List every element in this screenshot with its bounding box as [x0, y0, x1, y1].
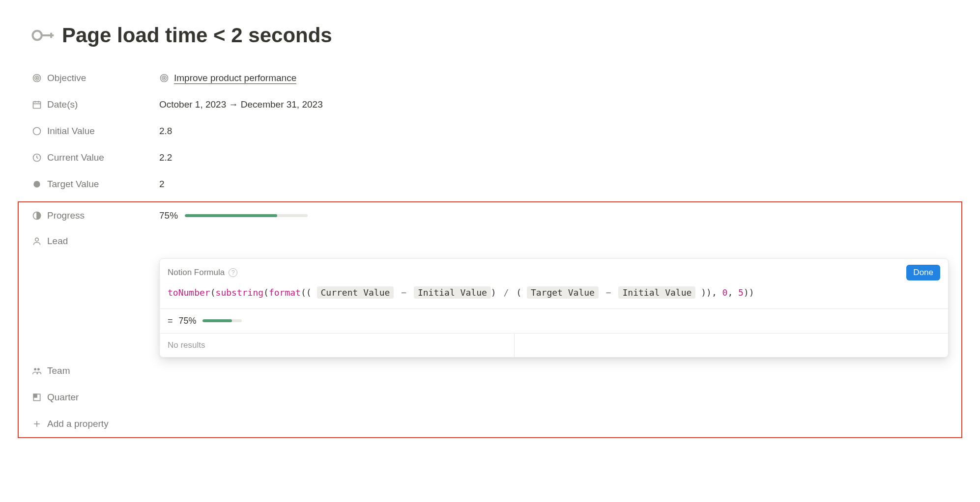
- person-icon: [31, 236, 42, 247]
- property-value[interactable]: 2.2: [159, 152, 172, 163]
- page-title[interactable]: Page load time < 2 seconds: [62, 24, 332, 47]
- property-quarter[interactable]: Quarter: [31, 384, 949, 411]
- property-label: Lead: [31, 236, 159, 247]
- formula-token-paren: ): [491, 287, 496, 298]
- no-results-text: No results: [160, 334, 515, 357]
- objective-link[interactable]: Improve product performance: [174, 73, 296, 84]
- formula-result: = 75%: [160, 309, 948, 334]
- property-label-text: Date(s): [47, 99, 78, 110]
- help-icon[interactable]: ?: [229, 268, 237, 277]
- progress-percent: 75%: [159, 210, 178, 221]
- formula-token-fn: substring: [216, 287, 264, 298]
- property-label-text: Target Value: [47, 179, 99, 190]
- property-label: Progress: [31, 210, 159, 221]
- filled-circle-icon: [31, 179, 42, 190]
- formula-token-op: −: [399, 287, 408, 298]
- highlight-annotation: Progress 75% Lead Notion Formula: [18, 201, 962, 438]
- target-icon: [31, 73, 42, 84]
- footer-empty: [515, 334, 948, 357]
- circle-icon: [31, 126, 42, 137]
- add-property-label: Add a property: [47, 418, 109, 429]
- progress-bar: [185, 214, 308, 217]
- property-label: Team: [31, 365, 159, 376]
- page-header: Page load time < 2 seconds: [31, 24, 949, 47]
- formula-token-paren: ((: [301, 287, 312, 298]
- formula-token-var[interactable]: Current Value: [317, 286, 394, 299]
- property-label: Quarter: [31, 392, 159, 403]
- property-label-text: Progress: [47, 210, 85, 221]
- key-icon: [27, 20, 58, 51]
- svg-rect-9: [33, 102, 41, 108]
- property-value[interactable]: 2: [159, 179, 165, 190]
- people-icon: [31, 365, 42, 376]
- calendar-icon: [31, 99, 42, 110]
- svg-point-8: [164, 78, 165, 79]
- property-value[interactable]: Improve product performance: [159, 73, 296, 84]
- property-lead[interactable]: Lead: [31, 229, 949, 255]
- formula-token-paren: )): [701, 287, 712, 298]
- clock-icon: [31, 152, 42, 163]
- property-label-text: Team: [47, 365, 70, 376]
- property-label: Initial Value: [31, 126, 159, 137]
- result-equals: =: [168, 316, 173, 326]
- property-label-text: Quarter: [47, 392, 79, 403]
- property-target-value[interactable]: Target Value 2: [31, 171, 949, 197]
- svg-rect-21: [33, 394, 37, 397]
- property-label-text: Lead: [47, 236, 68, 247]
- svg-point-19: [37, 368, 40, 370]
- formula-title: Notion Formula: [168, 268, 225, 278]
- quarter-icon: [31, 392, 42, 403]
- formula-token-var[interactable]: Initial Value: [414, 286, 491, 299]
- property-label-text: Objective: [47, 73, 86, 84]
- formula-footer: No results: [160, 334, 948, 357]
- property-value[interactable]: 2.8: [159, 126, 172, 137]
- property-initial-value[interactable]: Initial Value 2.8: [31, 118, 949, 144]
- property-label-text: Current Value: [47, 152, 104, 163]
- result-progress-fill: [202, 319, 232, 322]
- property-objective[interactable]: Objective Improve product performance: [31, 65, 949, 91]
- svg-point-13: [33, 128, 41, 135]
- svg-point-5: [36, 78, 38, 79]
- property-dates[interactable]: Date(s) October 1, 2023 → December 31, 2…: [31, 91, 949, 118]
- property-current-value[interactable]: Current Value 2.2: [31, 144, 949, 171]
- formula-popover: Notion Formula ? Done toNumber(substring…: [159, 258, 949, 358]
- svg-point-15: [33, 181, 40, 187]
- formula-token-comma: ,: [712, 287, 722, 298]
- add-property-button[interactable]: Add a property: [31, 411, 949, 437]
- formula-token-paren: (: [263, 287, 269, 298]
- formula-token-paren: (: [516, 287, 521, 298]
- property-progress[interactable]: Progress 75%: [31, 202, 949, 229]
- formula-token-paren: )): [744, 287, 754, 298]
- done-button[interactable]: Done: [906, 265, 940, 280]
- formula-editor[interactable]: toNumber(substring(format(( Current Valu…: [160, 280, 948, 309]
- property-label-text: Initial Value: [47, 126, 95, 137]
- formula-token-paren: (: [210, 287, 216, 298]
- half-circle-icon: [31, 210, 42, 221]
- formula-token-num: 0: [722, 287, 728, 298]
- formula-token-fn: toNumber: [168, 287, 210, 298]
- result-value: 75%: [179, 316, 197, 326]
- property-label: Current Value: [31, 152, 159, 163]
- result-progress-bar: [202, 319, 242, 322]
- svg-point-18: [34, 368, 36, 370]
- formula-token-comma: ,: [727, 287, 738, 298]
- svg-point-17: [35, 238, 39, 241]
- plus-icon: [31, 418, 42, 429]
- formula-header: Notion Formula ? Done: [160, 259, 948, 280]
- formula-token-var[interactable]: Target Value: [527, 286, 599, 299]
- formula-token-op: −: [604, 287, 613, 298]
- target-icon: [159, 73, 169, 83]
- property-label: Objective: [31, 73, 159, 84]
- formula-token-num: 5: [738, 287, 744, 298]
- formula-token-op: /: [502, 287, 511, 298]
- formula-token-fn: format: [269, 287, 301, 298]
- property-label: Add a property: [31, 418, 159, 429]
- property-team[interactable]: Team: [31, 358, 949, 384]
- property-label: Date(s): [31, 99, 159, 110]
- formula-header-title: Notion Formula ?: [168, 268, 237, 278]
- property-value[interactable]: 75%: [159, 210, 308, 221]
- property-value[interactable]: October 1, 2023 → December 31, 2023: [159, 99, 323, 110]
- property-label: Target Value: [31, 179, 159, 190]
- property-list: Objective Improve product performance Da…: [31, 65, 949, 438]
- formula-token-var[interactable]: Initial Value: [618, 286, 695, 299]
